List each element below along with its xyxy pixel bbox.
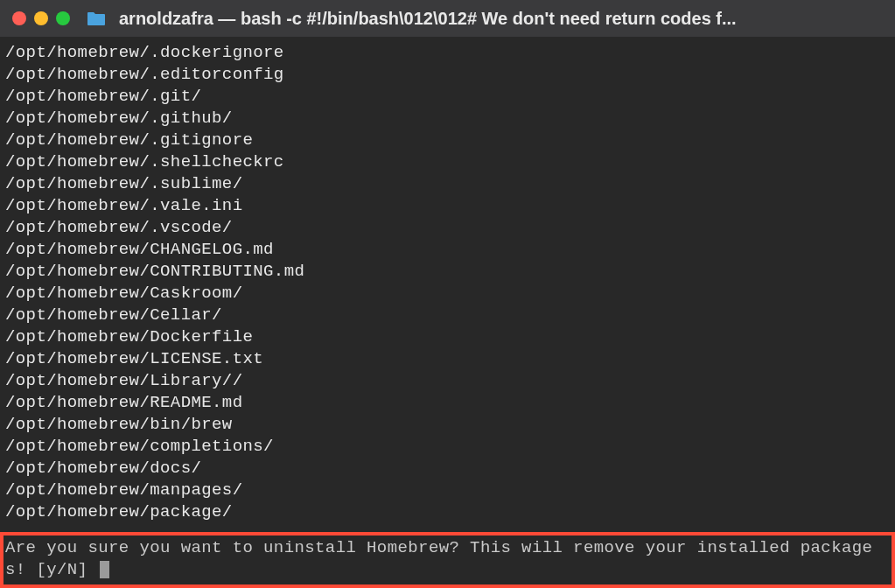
output-lines: /opt/homebrew/.dockerignore/opt/homebrew… <box>5 42 895 523</box>
output-line: /opt/homebrew/.gitignore <box>5 130 895 151</box>
terminal-output[interactable]: /opt/homebrew/.dockerignore/opt/homebrew… <box>0 37 895 588</box>
output-line: /opt/homebrew/CHANGELOG.md <box>5 239 895 261</box>
output-line: /opt/homebrew/LICENSE.txt <box>5 348 895 370</box>
output-line: /opt/homebrew/.sublime/ <box>5 173 895 195</box>
output-line: /opt/homebrew/CONTRIBUTING.md <box>5 261 895 283</box>
output-line: /opt/homebrew/.github/ <box>5 108 895 130</box>
window-title: arnoldzafra — bash -c #!/bin/bash\012\01… <box>119 9 883 29</box>
output-line: /opt/homebrew/.vscode/ <box>5 217 895 239</box>
output-line: /opt/homebrew/.vale.ini <box>5 195 895 217</box>
folder-icon <box>87 10 106 26</box>
output-line: /opt/homebrew/completions/ <box>5 436 895 458</box>
output-line: /opt/homebrew/.shellcheckrc <box>5 151 895 173</box>
output-line: /opt/homebrew/package/ <box>5 501 895 523</box>
maximize-icon[interactable] <box>56 11 70 25</box>
confirmation-prompt[interactable]: Are you sure you want to uninstall Homeb… <box>5 538 872 579</box>
close-icon[interactable] <box>12 11 26 25</box>
confirmation-prompt-highlight: Are you sure you want to uninstall Homeb… <box>0 532 895 588</box>
output-line: /opt/homebrew/.dockerignore <box>5 42 895 64</box>
output-line: /opt/homebrew/Library// <box>5 370 895 392</box>
output-line: /opt/homebrew/Caskroom/ <box>5 283 895 304</box>
output-line: /opt/homebrew/manpages/ <box>5 480 895 501</box>
output-line: /opt/homebrew/Cellar/ <box>5 304 895 326</box>
minimize-icon[interactable] <box>34 11 48 25</box>
cursor-icon <box>100 561 109 578</box>
window-titlebar[interactable]: arnoldzafra — bash -c #!/bin/bash\012\01… <box>0 0 895 37</box>
output-line: /opt/homebrew/.git/ <box>5 86 895 108</box>
output-line: /opt/homebrew/bin/brew <box>5 414 895 436</box>
output-line: /opt/homebrew/Dockerfile <box>5 326 895 348</box>
output-line: /opt/homebrew/README.md <box>5 392 895 414</box>
terminal-window: arnoldzafra — bash -c #!/bin/bash\012\01… <box>0 0 895 588</box>
output-line: /opt/homebrew/.editorconfig <box>5 64 895 86</box>
output-line: /opt/homebrew/docs/ <box>5 458 895 480</box>
